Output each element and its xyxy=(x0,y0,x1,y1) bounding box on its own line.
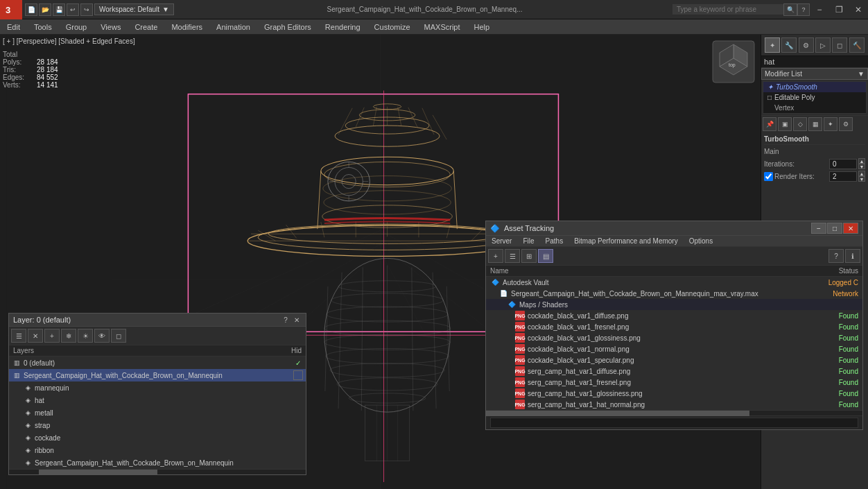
asset-list-btn[interactable]: ☰ xyxy=(505,249,520,263)
menu-item-group[interactable]: Group xyxy=(59,19,94,34)
mod-edge-btn[interactable]: ◇ xyxy=(793,117,807,131)
iterations-down[interactable]: ▼ xyxy=(858,164,865,169)
save-button[interactable]: 💾 xyxy=(53,3,65,16)
restore-button[interactable]: ❐ xyxy=(829,0,849,19)
asset-row[interactable]: PNGcockade_black_var1_specular.pngFound xyxy=(486,354,862,366)
png-icon: PNG xyxy=(515,322,525,332)
layer-item[interactable]: ▥0 (default)✓ xyxy=(9,357,306,369)
asset-menu-item[interactable]: File xyxy=(517,236,539,246)
undo-button[interactable]: ↩ xyxy=(67,3,79,16)
asset-row[interactable]: PNGcockade_black_var1_glossiness.pngFoun… xyxy=(486,332,862,343)
modify-icon[interactable]: 🔧 xyxy=(781,37,797,53)
menu-item-customize[interactable]: Customize xyxy=(367,19,417,34)
asset-row[interactable]: PNGserg_camp_hat_var1_glossiness.pngFoun… xyxy=(486,388,862,399)
menu-item-edit[interactable]: Edit xyxy=(0,19,27,34)
search-input[interactable] xyxy=(672,4,783,15)
asset-scrollbar[interactable] xyxy=(486,410,862,415)
asset-info-btn[interactable]: ℹ xyxy=(845,249,860,263)
menu-item-views[interactable]: Views xyxy=(94,19,128,34)
iterations-up[interactable]: ▲ xyxy=(858,158,865,164)
hierarchy-icon[interactable]: ⚙ xyxy=(799,37,814,53)
layer-unfreeze-tool[interactable]: ☀ xyxy=(78,329,93,343)
asset-menu-item[interactable]: Server xyxy=(486,236,517,246)
mod-pin-icon[interactable]: 📌 xyxy=(763,117,776,131)
minimize-button[interactable]: − xyxy=(810,0,829,19)
mod-element-btn[interactable]: ✦ xyxy=(824,117,837,131)
modifier-editable-poly[interactable]: □ Editable Poly xyxy=(763,92,866,103)
menu-item-maxscript[interactable]: MAXScript xyxy=(417,19,467,34)
asset-add-btn[interactable]: + xyxy=(488,249,503,263)
asset-row[interactable]: PNGcockade_black_var1_normal.pngFound xyxy=(486,343,862,354)
menu-item-modifiers[interactable]: Modifiers xyxy=(164,19,209,34)
menu-item-help[interactable]: Help xyxy=(467,19,497,34)
asset-restore-btn[interactable]: □ xyxy=(827,223,842,234)
layer-item[interactable]: ◈Sergeant_Campaign_Hat_with_Cockade_Brow… xyxy=(9,456,306,469)
asset-status-input[interactable] xyxy=(490,418,858,428)
asset-menu-item[interactable]: Bitmap Performance and Memory xyxy=(568,236,684,246)
render-iters-checkbox[interactable] xyxy=(764,172,773,181)
redo-button[interactable]: ↪ xyxy=(80,3,93,16)
render-iters-down[interactable]: ▼ xyxy=(858,176,865,182)
asset-menu-item[interactable]: Options xyxy=(684,236,718,246)
layer-item[interactable]: ◈metall xyxy=(9,406,306,419)
layer-scrollbar[interactable] xyxy=(9,469,306,474)
close-button[interactable]: ✕ xyxy=(849,0,868,19)
asset-row[interactable]: 🔷Maps / Shaders xyxy=(486,299,862,310)
motion-icon[interactable]: ▷ xyxy=(815,37,831,53)
asset-status: Logged C xyxy=(803,279,858,286)
object-name-input[interactable] xyxy=(761,56,868,68)
asset-row[interactable]: PNGserg_camp_hat_var1_hat_normal.pngFoun… xyxy=(486,399,862,410)
asset-row[interactable]: PNGcockade_black_var1_diffuse.pngFound xyxy=(486,310,862,321)
menu-item-graph-editors[interactable]: Graph Editors xyxy=(257,19,318,34)
asset-close-btn[interactable]: ✕ xyxy=(843,223,858,234)
layer-freeze-tool[interactable]: ❄ xyxy=(61,329,76,343)
layer-item[interactable]: ◈hat xyxy=(9,394,306,406)
mod-face-btn[interactable]: ▦ xyxy=(808,117,822,131)
asset-table-btn[interactable]: ▤ xyxy=(538,249,553,263)
asset-help-btn[interactable]: ? xyxy=(828,249,844,263)
layer-select-tool[interactable]: ☰ xyxy=(11,329,26,343)
menu-item-tools[interactable]: Tools xyxy=(27,19,59,34)
create-icon[interactable]: ✦ xyxy=(765,37,780,53)
menu-item-create[interactable]: Create xyxy=(128,19,164,34)
layer-close-button[interactable]: ✕ xyxy=(292,315,302,325)
layer-item[interactable]: ◈strap xyxy=(9,419,306,431)
iterations-spinner[interactable]: ▲ ▼ xyxy=(858,158,865,169)
render-iters-spinner[interactable]: ▲ ▼ xyxy=(858,171,865,182)
menu-item-animation[interactable]: Animation xyxy=(209,19,257,34)
layer-show-tool[interactable]: ◻ xyxy=(111,329,126,343)
layer-item[interactable]: ◈mannequin xyxy=(9,381,306,394)
asset-row[interactable]: 🔷Autodesk VaultLogged C xyxy=(486,277,862,288)
mod-config-btn[interactable]: ⚙ xyxy=(839,117,853,131)
asset-row[interactable]: PNGserg_camp_hat_var1_diffuse.pngFound xyxy=(486,366,862,377)
open-button[interactable]: 📂 xyxy=(39,3,51,16)
layer-item[interactable]: ▥Sergeant_Campaign_Hat_with_Cockade_Brow… xyxy=(9,369,306,381)
mod-select-btn[interactable]: ▣ xyxy=(778,117,792,131)
display-icon[interactable]: ◻ xyxy=(832,37,847,53)
render-iters-up[interactable]: ▲ xyxy=(858,171,865,176)
layer-hide-tool[interactable]: 👁 xyxy=(94,329,110,343)
asset-menu-item[interactable]: Paths xyxy=(540,236,569,246)
asset-row[interactable]: PNGserg_camp_hat_var1_fresnel.pngFound xyxy=(486,377,862,388)
asset-detail-btn[interactable]: ⊞ xyxy=(521,249,537,263)
asset-statusbar xyxy=(486,415,862,429)
layer-help-button[interactable]: ? xyxy=(281,315,290,325)
layer-add-tool[interactable]: + xyxy=(44,329,60,343)
modifier-vertex[interactable]: Vertex xyxy=(763,103,866,113)
modifier-list-dropdown[interactable]: Modifier List ▼ xyxy=(761,68,868,80)
layer-delete-tool[interactable]: ✕ xyxy=(28,329,43,343)
utility-icon[interactable]: 🔨 xyxy=(849,37,865,53)
menu-item-rendering[interactable]: Rendering xyxy=(318,19,367,34)
asset-minimize-btn[interactable]: − xyxy=(811,223,826,234)
asset-row[interactable]: 📄Sergeant_Campaign_Hat_with_Cockade_Brow… xyxy=(486,288,862,299)
new-button[interactable]: 📄 xyxy=(25,3,37,16)
modifier-turbosmooth[interactable]: ✦ TurboSmooth xyxy=(763,82,866,92)
help-icon[interactable]: ? xyxy=(797,3,810,16)
workspace-selector[interactable]: Workspace: Default ▼ xyxy=(94,3,174,15)
layer-item[interactable]: ◈cockade xyxy=(9,431,306,444)
search-icon[interactable]: 🔍 xyxy=(783,3,797,16)
asset-row[interactable]: PNGcockade_black_var1_fresnel.pngFound xyxy=(486,321,862,332)
nav-cube[interactable]: top xyxy=(709,37,758,87)
png-icon: PNG xyxy=(515,400,525,409)
layer-item[interactable]: ◈ribbon xyxy=(9,444,306,456)
